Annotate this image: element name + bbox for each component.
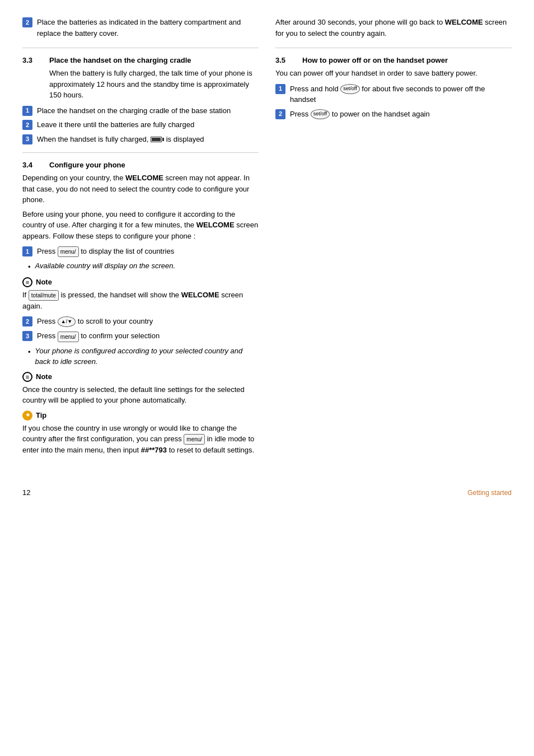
step-3-4-2: 2 Press ▲/▼ to scroll to your country xyxy=(22,316,259,327)
menu-key-3: menu/ xyxy=(184,434,205,445)
section-3-4-para1: Depending on your country, the WELCOME s… xyxy=(22,172,259,206)
set-off-key-2: set/off xyxy=(311,109,330,119)
step-3-4-1: 1 Press menu/ to display the list of cou… xyxy=(22,246,259,257)
note-1-header: ≡ Note xyxy=(22,277,259,287)
bullet-3-4-1-text: Available country will display on the sc… xyxy=(35,260,176,272)
welcome-bold-3: WELCOME xyxy=(181,291,219,299)
welcome-bold-1: WELCOME xyxy=(125,174,163,182)
section-3-5-num: 3.5 xyxy=(275,56,293,64)
right-top-para: After around 30 seconds, your phone will… xyxy=(275,17,512,39)
right-column: After around 30 seconds, your phone will… xyxy=(275,17,512,460)
tip-box: ✦ Tip If you chose the country in use wr… xyxy=(22,410,259,456)
step-3-3-3: 3 When the handset is fully charged, is … xyxy=(22,134,259,145)
step-3-3-2-text: Leave it there until the batteries are f… xyxy=(37,119,259,130)
nav-key-1: ▲/▼ xyxy=(58,316,76,328)
section-3-4-steps2: 2 Press ▲/▼ to scroll to your country 3 … xyxy=(22,316,259,367)
badge-3-5-1: 1 xyxy=(275,84,285,94)
badge-3-4-3: 3 xyxy=(22,331,32,341)
tip-body: If you chose the country in use wrongly … xyxy=(22,423,259,456)
note-2-body: Once the country is selected, the defaul… xyxy=(22,384,259,406)
step-2-text: Place the batteries as indicated in the … xyxy=(37,17,259,39)
battery-fill xyxy=(152,138,161,141)
welcome-bold-right: WELCOME xyxy=(445,18,483,26)
divider-right-top xyxy=(275,48,512,48)
top-step-section: 2 Place the batteries as indicated in th… xyxy=(22,17,259,39)
badge-3-4-2: 2 xyxy=(22,316,32,326)
divider-top xyxy=(22,48,259,48)
section-3-3: 3.3 Place the handset on the charging cr… xyxy=(22,56,259,144)
bullet-dot-2: • xyxy=(28,347,31,358)
step-item: 2 Place the batteries as indicated in th… xyxy=(22,17,259,39)
battery-body xyxy=(151,137,162,142)
step-3-4-1-text: Press menu/ to display the list of count… xyxy=(37,246,259,257)
total-mute-key: total/mute xyxy=(29,290,59,301)
section-3-4-para2: Before using your phone, you need to con… xyxy=(22,209,259,242)
tip-label: Tip xyxy=(36,411,46,419)
section-3-5-steps: 1 Press and hold set/off for about five … xyxy=(275,83,512,120)
code-bold: ##**793 xyxy=(141,446,167,454)
step-3-4-3: 3 Press menu/ to confirm your selection xyxy=(22,330,259,342)
bullet-3-4-2: • Your phone is configured according to … xyxy=(22,346,259,367)
badge-3-3-2: 2 xyxy=(22,120,32,130)
page-footer: 12 Getting started xyxy=(22,483,512,497)
note-icon-2: ≡ xyxy=(22,372,32,382)
note-1-label: Note xyxy=(36,278,52,286)
step-3-3-1-text: Place the handset on the charging cradle… xyxy=(37,105,259,116)
bullet-3-4-2-text: Your phone is configured according to yo… xyxy=(35,346,259,367)
note-2: ≡ Note Once the country is selected, the… xyxy=(22,372,259,406)
section-3-3-steps: 1 Place the handset on the charging crad… xyxy=(22,105,259,145)
step-3-3-3-text: When the handset is fully charged, is di… xyxy=(37,134,259,145)
section-3-4-steps1: 1 Press menu/ to display the list of cou… xyxy=(22,246,259,273)
tip-header: ✦ Tip xyxy=(22,410,259,421)
step-3-5-1: 1 Press and hold set/off for about five … xyxy=(275,83,512,105)
section-3-4-heading: 3.4 Configure your phone xyxy=(22,161,259,169)
note-2-header: ≡ Note xyxy=(22,372,259,382)
welcome-bold-2: WELCOME xyxy=(196,221,235,229)
note-2-label: Note xyxy=(36,372,52,381)
note-1-body: If total/mute is pressed, the handset wi… xyxy=(22,290,259,312)
bullet-dot-1: • xyxy=(28,262,31,273)
badge-3-3-1: 1 xyxy=(22,106,32,116)
menu-key-1: menu/ xyxy=(58,246,79,257)
step-3-4-2-text: Press ▲/▼ to scroll to your country xyxy=(37,316,259,327)
step-3-3-1: 1 Place the handset on the charging crad… xyxy=(22,105,259,116)
section-3-5: 3.5 How to power off or on the handset p… xyxy=(275,56,512,119)
section-3-4: 3.4 Configure your phone Depending on yo… xyxy=(22,161,259,456)
step-badge-2: 2 xyxy=(22,17,32,27)
menu-key-2: menu/ xyxy=(58,332,79,342)
step-3-4-3-text: Press menu/ to confirm your selection xyxy=(37,330,259,342)
section-3-5-title: How to power off or on the handset power xyxy=(302,56,448,64)
badge-3-3-3: 3 xyxy=(22,134,32,144)
set-off-key-1: set/off xyxy=(340,84,359,94)
section-3-5-intro: You can power off your handset in order … xyxy=(275,68,512,79)
badge-3-4-1: 1 xyxy=(22,246,32,256)
page-number: 12 xyxy=(22,488,30,497)
step-3-5-2-text: Press set/off to power on the handset ag… xyxy=(290,109,512,120)
battery-icon xyxy=(151,137,164,142)
step-3-5-1-text: Press and hold set/off for about five se… xyxy=(290,83,512,105)
note-1: ≡ Note If total/mute is pressed, the han… xyxy=(22,277,259,312)
section-3-5-heading: 3.5 How to power off or on the handset p… xyxy=(275,56,512,64)
page-layout: 2 Place the batteries as indicated in th… xyxy=(22,17,512,460)
bullet-3-4-1: • Available country will display on the … xyxy=(22,260,259,273)
left-column: 2 Place the batteries as indicated in th… xyxy=(22,17,259,460)
footer-section-label: Getting started xyxy=(467,489,512,497)
section-3-3-title: Place the handset on the charging cradle xyxy=(49,56,191,64)
right-top-text: After around 30 seconds, your phone will… xyxy=(275,17,512,39)
section-3-4-title: Configure your phone xyxy=(49,161,125,169)
section-3-3-num: 3.3 xyxy=(22,56,40,64)
badge-3-5-2: 2 xyxy=(275,109,285,119)
battery-tip xyxy=(162,138,164,141)
divider-33-34 xyxy=(22,152,259,153)
section-3-4-num: 3.4 xyxy=(22,161,40,169)
note-icon-1: ≡ xyxy=(22,277,32,287)
section-3-3-intro: When the battery is fully charged, the t… xyxy=(49,68,259,101)
section-3-3-heading: 3.3 Place the handset on the charging cr… xyxy=(22,56,259,64)
step-3-3-2: 2 Leave it there until the batteries are… xyxy=(22,119,259,130)
tip-icon: ✦ xyxy=(22,410,32,421)
step-3-5-2: 2 Press set/off to power on the handset … xyxy=(275,109,512,120)
